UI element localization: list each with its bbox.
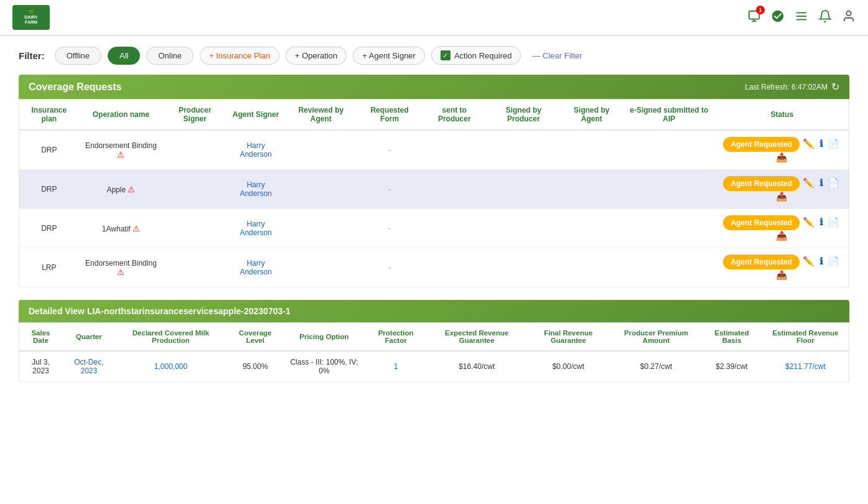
col-insurance-plan: Insurance plan <box>19 100 79 131</box>
cell-producer-signer <box>163 170 226 209</box>
dcell-final-revenue: $0.00/cwt <box>526 351 611 382</box>
export-icon[interactable]: 📤 <box>776 230 788 241</box>
edit-icon[interactable]: ✏️ <box>803 177 814 188</box>
edit-icon[interactable]: ✏️ <box>803 256 814 266</box>
detailed-view-header: Detailed View LIA-northstarinsuranceserv… <box>19 300 849 322</box>
dcol-final-revenue: Final Revenue Guarantee <box>526 323 611 352</box>
table-header-row: Insurance plan Operation name Producer S… <box>19 100 849 131</box>
status-badge: Agent Requested <box>723 137 800 152</box>
bell-icon[interactable] <box>818 9 832 26</box>
filter-all-button[interactable]: All <box>108 47 140 65</box>
status-badge: Agent Requested <box>723 176 800 191</box>
notification-with-badge-icon[interactable]: 1 <box>747 9 761 26</box>
filter-bar: Filter: Offline All Online + Insurance P… <box>0 36 868 75</box>
cell-agent-signer: Harry Anderson <box>226 248 285 287</box>
warning-icon: ⚠ <box>128 185 135 194</box>
col-reviewed-by-agent: Reviewed by Agent <box>285 100 357 131</box>
table-row: DRP Apple ⚠ Harry Anderson - Agent Reque… <box>19 170 849 209</box>
action-required-label: Action Required <box>454 51 512 60</box>
col-operation-name: Operation name <box>79 100 164 131</box>
cell-agent-signer: Harry Anderson <box>226 130 285 170</box>
warning-icon: ⚠ <box>133 224 140 233</box>
user-icon[interactable] <box>842 9 856 26</box>
dcol-expected-revenue: Expected Revenue Guarantee <box>428 323 526 352</box>
col-agent-signer: Agent Signer <box>226 100 285 131</box>
cell-status: Agent Requested ✏️ ℹ 📄 📤 <box>715 130 849 170</box>
checkbox-checked-icon: ✓ <box>441 50 450 60</box>
detailed-view-section: Detailed View LIA-northstarinsuranceserv… <box>19 300 849 382</box>
col-e-signed: e-Signed submitted to AIP <box>623 100 715 131</box>
col-producer-signer: Producer Signer <box>163 100 226 131</box>
download-icon[interactable]: 📄 <box>828 256 839 266</box>
dcol-declared-covered-milk: Declared Covered Milk Production <box>116 323 226 352</box>
cell-sent-to-producer <box>422 248 487 287</box>
refresh-icon[interactable]: ↻ <box>831 81 839 93</box>
cell-sent-to-producer <box>422 130 487 170</box>
download-icon[interactable]: 📄 <box>828 138 839 149</box>
cell-producer-signer <box>163 248 226 287</box>
detail-header-row: Sales Date Quarter Declared Covered Milk… <box>19 323 849 352</box>
download-icon[interactable]: 📄 <box>828 177 839 188</box>
info-icon[interactable]: ℹ <box>819 178 823 188</box>
dcol-estimated-basis: Estimated Basis <box>701 323 762 352</box>
info-icon[interactable]: ℹ <box>819 217 823 227</box>
col-signed-by-agent: Signed by Agent <box>561 100 623 131</box>
cell-insurance-plan: DRP <box>19 170 79 209</box>
dcell-expected-revenue: $16.40/cwt <box>428 351 526 382</box>
dcol-estimated-revenue-floor: Estimated Revenue Floor <box>762 323 849 352</box>
dcell-estimated-basis: $2.39/cwt <box>701 351 762 382</box>
cell-signed-by-producer <box>487 248 560 287</box>
filter-online-button[interactable]: Online <box>146 47 194 65</box>
coverage-requests-table: Insurance plan Operation name Producer S… <box>19 99 849 287</box>
cell-status: Agent Requested ✏️ ℹ 📄 📤 <box>715 248 849 287</box>
dcell-protection-factor: 1 <box>363 351 427 382</box>
filter-offline-button[interactable]: Offline <box>55 47 101 65</box>
table-row: DRP Endorsement Binding ⚠ Harry Anderson… <box>19 130 849 170</box>
cell-signed-by-producer <box>487 170 560 209</box>
dcol-quarter: Quarter <box>62 323 116 352</box>
edit-icon[interactable]: ✏️ <box>803 138 814 149</box>
dcol-sales-date: Sales Date <box>19 323 62 352</box>
cell-status: Agent Requested ✏️ ℹ 📄 📤 <box>715 209 849 248</box>
agent-signer-filter-button[interactable]: + Agent Signer <box>353 47 425 65</box>
dcol-protection-factor: Protection Factor <box>363 323 427 352</box>
cell-operation-name: Endorsement Binding ⚠ <box>79 130 164 170</box>
cell-requested-form: - <box>357 130 422 170</box>
cell-signed-by-agent <box>561 130 623 170</box>
cell-agent-signer: Harry Anderson <box>226 170 285 209</box>
operation-filter-button[interactable]: + Operation <box>286 47 347 65</box>
cell-insurance-plan: DRP <box>19 130 79 170</box>
cell-sent-to-producer <box>422 209 487 248</box>
cell-agent-signer: Harry Anderson <box>226 209 285 248</box>
coverage-requests-header: Coverage Requests Last Refresh: 6:47:02A… <box>19 75 849 99</box>
list-icon[interactable] <box>795 9 808 26</box>
col-status: Status <box>715 100 849 131</box>
clear-filter-button[interactable]: — Clear Filter <box>532 51 582 60</box>
cell-operation-name: 1Awhatif ⚠ <box>79 209 164 248</box>
cell-requested-form: - <box>357 209 422 248</box>
edit-icon[interactable]: ✏️ <box>803 217 814 227</box>
detail-table-row: Jul 3, 2023 Oct-Dec, 2023 1,000,000 95.0… <box>19 351 849 382</box>
export-icon[interactable]: 📤 <box>776 152 788 162</box>
export-icon[interactable]: 📤 <box>776 269 788 280</box>
cell-e-signed <box>623 248 715 287</box>
dcell-producer-premium: $0.27/cwt <box>611 351 701 382</box>
cell-producer-signer <box>163 209 226 248</box>
warning-icon: ⚠ <box>117 268 124 277</box>
action-required-button[interactable]: ✓ Action Required <box>431 46 521 65</box>
insurance-plan-filter-button[interactable]: + Insurance Plan <box>200 47 279 65</box>
cell-operation-name: Apple ⚠ <box>79 170 164 209</box>
dcol-pricing-option: Pricing Option <box>284 323 363 352</box>
info-icon[interactable]: ℹ <box>819 139 823 149</box>
info-icon[interactable]: ℹ <box>819 256 823 266</box>
dcell-quarter: Oct-Dec, 2023 <box>62 351 116 382</box>
cell-requested-form: - <box>357 170 422 209</box>
chart-icon[interactable] <box>771 9 785 26</box>
detailed-view-title: Detailed View LIA-northstarinsuranceserv… <box>29 306 291 316</box>
export-icon[interactable]: 📤 <box>776 191 788 202</box>
dcol-coverage-level: Coverage Level <box>226 323 284 352</box>
table-row: DRP 1Awhatif ⚠ Harry Anderson - Agent Re… <box>19 209 849 248</box>
cell-reviewed-by-agent <box>285 209 357 248</box>
download-icon[interactable]: 📄 <box>828 217 839 227</box>
cell-e-signed <box>623 130 715 170</box>
